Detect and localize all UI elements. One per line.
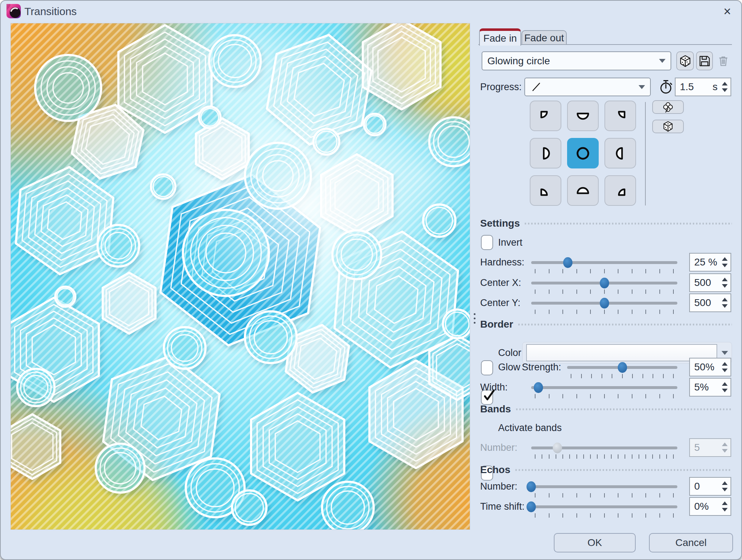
tab-fade-in[interactable]: Fade in [479, 28, 521, 46]
slider-thumb[interactable] [527, 481, 536, 492]
progress-curve-dropdown[interactable] [524, 78, 651, 96]
bands-header-label: Bands [480, 403, 511, 415]
slider-thumb[interactable] [600, 298, 609, 309]
center-y-slider[interactable] [531, 298, 677, 314]
half-circle-left-icon [538, 145, 553, 161]
trash-icon [717, 55, 729, 67]
echos-number-value: 0 [694, 481, 700, 492]
direction-top-button[interactable] [567, 101, 599, 131]
linear-curve-icon [530, 81, 542, 93]
slider-ticks [535, 269, 674, 273]
spin-up-icon[interactable] [722, 362, 728, 366]
random-preset-button[interactable] [676, 51, 694, 70]
glow-strength-slider[interactable] [567, 362, 677, 379]
hardness-slider[interactable] [531, 257, 677, 274]
duration-value: 1.5 [680, 81, 694, 93]
slider-thumb[interactable] [600, 278, 609, 288]
clover-icon [662, 101, 674, 113]
slider-track[interactable] [531, 386, 677, 389]
hardness-spinner[interactable]: 25 % [689, 253, 731, 272]
close-button[interactable]: × [718, 4, 736, 19]
bands-number-slider [531, 443, 677, 459]
slider-track[interactable] [531, 505, 677, 508]
echos-header-label: Echos [480, 464, 510, 476]
glow-strength-spinner[interactable]: 50% [689, 358, 731, 376]
border-color-checkbox[interactable] [481, 360, 493, 375]
spin-down-icon[interactable] [722, 488, 728, 491]
randomize-button[interactable] [652, 120, 684, 133]
slider-track[interactable] [531, 485, 677, 488]
splitter-handle[interactable] [473, 313, 476, 326]
half-circle-bottom-icon [575, 183, 591, 199]
slider-ticks [535, 493, 674, 497]
invert-label: Invert [498, 235, 523, 250]
echos-number-spinner[interactable]: 0 [689, 477, 731, 496]
slider-thumb[interactable] [563, 257, 572, 268]
spin-up-icon[interactable] [722, 501, 728, 505]
direction-bottom-right-button[interactable] [604, 175, 636, 206]
spin-down-icon[interactable] [722, 389, 728, 392]
slider-thumb [553, 443, 562, 453]
spin-down-icon[interactable] [722, 304, 728, 308]
time-shift-spinner[interactable]: 0% [689, 497, 731, 516]
center-x-spinner[interactable]: 500 [689, 273, 731, 292]
glow-label: Glow [498, 360, 520, 374]
quarter-circle-bottom-right-icon [612, 183, 628, 199]
bands-number-spinner: 5 [689, 438, 731, 457]
preset-dropdown[interactable]: Glowing circle [482, 51, 671, 70]
spin-down-icon[interactable] [722, 369, 728, 372]
delete-preset-button[interactable] [715, 51, 732, 70]
settings-header: Settings [480, 218, 732, 229]
center-x-slider[interactable] [531, 278, 677, 294]
bands-number-label: Number: [480, 440, 518, 455]
direction-center-button[interactable] [567, 138, 599, 168]
settings-header-label: Settings [480, 218, 520, 229]
save-icon [698, 55, 711, 68]
slider-track[interactable] [531, 261, 677, 264]
spin-up-icon[interactable] [722, 82, 728, 85]
save-preset-button[interactable] [696, 51, 713, 70]
slider-thumb[interactable] [534, 382, 543, 393]
slider-thumb[interactable] [618, 362, 627, 373]
echos-number-label: Number: [480, 479, 518, 494]
direction-top-right-button[interactable] [604, 101, 636, 131]
border-width-slider[interactable] [531, 382, 677, 399]
echos-number-slider[interactable] [531, 481, 677, 498]
tab-fade-out[interactable]: Fade out [521, 30, 567, 45]
direction-left-button[interactable] [530, 138, 561, 168]
spin-down-icon[interactable] [722, 264, 728, 267]
hardness-value: 25 % [694, 256, 717, 268]
spin-up-icon[interactable] [722, 298, 728, 301]
tab-fade-out-label: Fade out [524, 32, 564, 44]
cancel-button[interactable]: Cancel [649, 533, 733, 552]
spin-up-icon[interactable] [722, 257, 728, 261]
header-dotted-line [518, 324, 732, 325]
spin-up-icon[interactable] [722, 481, 728, 485]
spin-up-icon[interactable] [722, 382, 728, 386]
duration-spinner[interactable]: 1.5 s [675, 78, 731, 96]
tab-fade-in-label: Fade in [483, 33, 517, 44]
invert-checkbox[interactable] [481, 235, 493, 250]
preview-image [10, 23, 470, 530]
direction-bottom-button[interactable] [567, 175, 599, 206]
bands-number-value: 5 [694, 442, 700, 453]
slider-thumb[interactable] [527, 501, 536, 512]
dice-icon [679, 55, 692, 68]
time-shift-slider[interactable] [531, 501, 677, 518]
slider-ticks [535, 394, 674, 398]
border-width-spinner[interactable]: 5% [689, 378, 731, 397]
header-dotted-line [525, 223, 732, 225]
ok-button[interactable]: OK [554, 533, 636, 552]
center-y-spinner[interactable]: 500 [689, 293, 731, 312]
center-y-value: 500 [694, 297, 711, 309]
spin-down-icon[interactable] [722, 88, 728, 92]
direction-bottom-left-button[interactable] [530, 175, 561, 206]
spin-up-icon[interactable] [722, 278, 728, 281]
spin-down-icon[interactable] [722, 284, 728, 288]
direction-top-left-button[interactable] [530, 101, 561, 131]
half-circle-right-icon [612, 145, 628, 161]
border-color-label: Color [498, 346, 521, 360]
random-all-button[interactable] [652, 100, 684, 114]
direction-right-button[interactable] [604, 138, 636, 168]
spin-down-icon[interactable] [722, 508, 728, 512]
